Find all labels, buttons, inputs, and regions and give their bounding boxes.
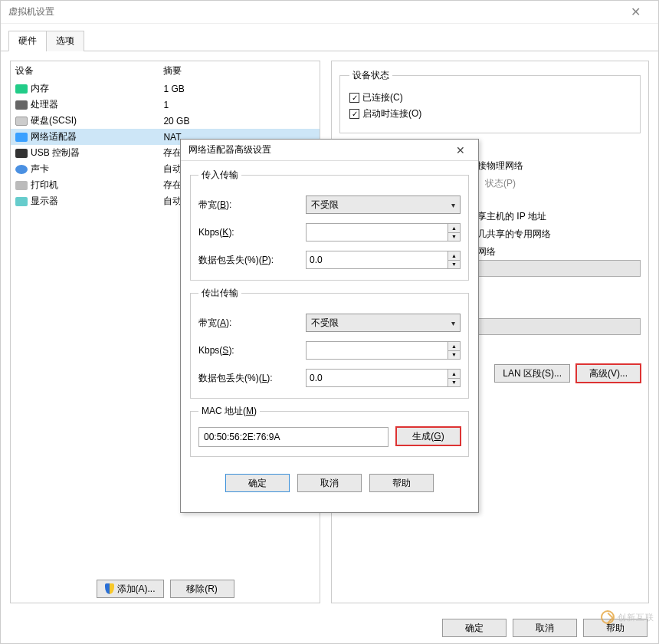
table-row[interactable]: 硬盘(SCSI)20 GB — [11, 113, 320, 129]
dialog-close-icon[interactable]: ✕ — [451, 144, 470, 156]
remove-button[interactable]: 移除(R) — [170, 580, 234, 598]
spinner-buttons[interactable]: ▲▼ — [448, 369, 461, 387]
kbps-s-spinner[interactable]: ▲▼ — [306, 341, 461, 360]
device-cell: 打印机 — [11, 177, 159, 193]
cb-connect-power-label: 启动时连接(O) — [362, 107, 421, 120]
loss-l-spinner[interactable]: ▲▼ — [306, 369, 461, 387]
table-row[interactable]: 内存1 GB — [11, 80, 320, 97]
device-name: 处理器 — [31, 99, 58, 110]
shield-icon — [105, 583, 114, 594]
bandwidth-b-select[interactable]: 不受限 — [306, 196, 461, 214]
table-row[interactable]: 处理器1 — [11, 97, 320, 113]
phys-net-text: 接物理网络 — [477, 159, 641, 172]
outgoing-legend: 传出传输 — [198, 287, 241, 300]
loss-l-input[interactable] — [306, 369, 448, 387]
chevron-down-icon[interactable]: ▼ — [448, 233, 460, 242]
dialog-titlebar: 网络适配器高级设置 ✕ — [181, 140, 478, 161]
spinner-buttons[interactable]: ▲▼ — [448, 341, 461, 360]
mac-fieldset: MAC 地址(M) 生成(G) — [190, 405, 469, 457]
main-ok-button[interactable]: 确定 — [442, 619, 507, 637]
dialog-ok-button[interactable]: 确定 — [225, 474, 290, 492]
main-help-button[interactable]: 帮助 — [583, 619, 648, 637]
device-name: 打印机 — [31, 179, 58, 190]
device-cell: 显示器 — [11, 193, 159, 209]
device-name: 网络适配器 — [31, 131, 77, 142]
net-icon — [15, 133, 28, 142]
advanced-button[interactable]: 高级(V)... — [576, 364, 641, 383]
dialog-buttons: 确定 取消 帮助 — [190, 463, 469, 504]
disk-icon — [15, 117, 28, 126]
device-status-fieldset: 设备状态 ✓ 已连接(C) ✓ 启动时连接(O) — [339, 69, 641, 133]
sound-icon — [15, 165, 28, 174]
host-ip-text: 享主机的 IP 地址 — [477, 210, 641, 223]
bandwidth-a-select[interactable]: 不受限 — [306, 314, 461, 332]
incoming-legend: 传入传输 — [198, 169, 241, 182]
printer-icon — [15, 181, 28, 190]
lan-segment-button[interactable]: LAN 区段(S)... — [494, 364, 570, 383]
mac-input[interactable] — [198, 427, 389, 447]
add-button-label: 添加(A)... — [117, 583, 156, 596]
chevron-up-icon[interactable]: ▲ — [448, 370, 460, 379]
loss-l-label: 数据包丢失(%)(L): — [198, 372, 306, 385]
kbps-k-label: Kbps(K): — [198, 227, 306, 238]
network-dropdown-2[interactable] — [477, 318, 641, 335]
device-status-legend: 设备状态 — [349, 69, 392, 82]
generate-button[interactable]: 生成(G) — [396, 427, 461, 445]
close-icon[interactable]: ✕ — [620, 5, 651, 19]
spinner-buttons[interactable]: ▲▼ — [448, 251, 461, 269]
chevron-down-icon[interactable]: ▼ — [448, 379, 460, 387]
loss-p-input[interactable] — [306, 251, 448, 269]
main-cancel-button[interactable]: 取消 — [513, 619, 577, 637]
kbps-k-input[interactable] — [306, 223, 448, 242]
chevron-down-icon[interactable]: ▼ — [448, 351, 460, 360]
titlebar: 虚拟机设置 ✕ — [1, 1, 658, 24]
kbps-k-spinner[interactable]: ▲▼ — [306, 223, 461, 242]
dialog-body: 传入传输 带宽(B): 不受限 Kbps(K): ▲▼ 数据包丢失(%)(P):… — [181, 161, 478, 512]
dialog-title: 网络适配器高级设置 — [189, 143, 271, 156]
bandwidth-b-label: 带宽(B): — [198, 199, 306, 212]
advanced-settings-dialog: 网络适配器高级设置 ✕ 传入传输 带宽(B): 不受限 Kbps(K): ▲▼ … — [180, 139, 479, 513]
cb-connect-power-row[interactable]: ✓ 启动时连接(O) — [349, 107, 631, 120]
chevron-up-icon[interactable]: ▲ — [448, 224, 460, 233]
dialog-cancel-button[interactable]: 取消 — [297, 474, 362, 492]
cb-connected-row[interactable]: ✓ 已连接(C) — [349, 91, 631, 104]
window-title: 虚拟机设置 — [8, 5, 54, 18]
tab-hardware[interactable]: 硬件 — [8, 31, 47, 51]
chevron-down-icon[interactable]: ▼ — [448, 261, 460, 269]
spinner-buttons[interactable]: ▲▼ — [448, 223, 461, 242]
incoming-fieldset: 传入传输 带宽(B): 不受限 Kbps(K): ▲▼ 数据包丢失(%)(P):… — [190, 169, 469, 281]
chevron-down-icon — [451, 199, 455, 210]
bandwidth-a-label: 带宽(A): — [198, 317, 306, 330]
network-dropdown-1[interactable] — [477, 260, 641, 277]
tabs: 硬件 选项 — [1, 24, 658, 51]
device-cell: 声卡 — [11, 161, 159, 177]
device-name: USB 控制器 — [31, 147, 80, 158]
main-footer: 确定 取消 帮助 — [1, 613, 658, 643]
device-name: 硬盘(SCSI) — [31, 115, 77, 126]
private-net-text: 几共享的专用网络 — [477, 228, 641, 241]
loss-p-spinner[interactable]: ▲▼ — [306, 251, 461, 269]
chevron-up-icon[interactable]: ▲ — [448, 251, 460, 261]
status-p-text: 状态(P) — [485, 177, 641, 190]
loss-p-label: 数据包丢失(%)(P): — [198, 254, 306, 267]
device-summary: 1 GB — [159, 80, 320, 97]
kbps-s-input[interactable] — [306, 341, 448, 360]
device-cell: 网络适配器 — [11, 129, 159, 145]
device-name: 声卡 — [31, 163, 49, 174]
cpu-icon — [15, 100, 28, 110]
device-summary: 20 GB — [159, 113, 320, 129]
mem-icon — [15, 84, 28, 94]
device-cell: 处理器 — [11, 97, 159, 113]
usb-icon — [15, 149, 28, 158]
add-button[interactable]: 添加(A)... — [97, 580, 164, 598]
kbps-s-label: Kbps(S): — [198, 345, 306, 356]
chevron-up-icon[interactable]: ▲ — [448, 342, 460, 351]
dialog-help-button[interactable]: 帮助 — [369, 474, 434, 492]
device-summary: 1 — [159, 97, 320, 113]
tab-options[interactable]: 选项 — [46, 31, 84, 51]
device-cell: 硬盘(SCSI) — [11, 113, 159, 129]
device-name: 内存 — [31, 83, 49, 94]
device-cell: 内存 — [11, 80, 159, 97]
outgoing-fieldset: 传出传输 带宽(A): 不受限 Kbps(S): ▲▼ 数据包丢失(%)(L):… — [190, 287, 469, 399]
display-icon — [15, 197, 28, 206]
